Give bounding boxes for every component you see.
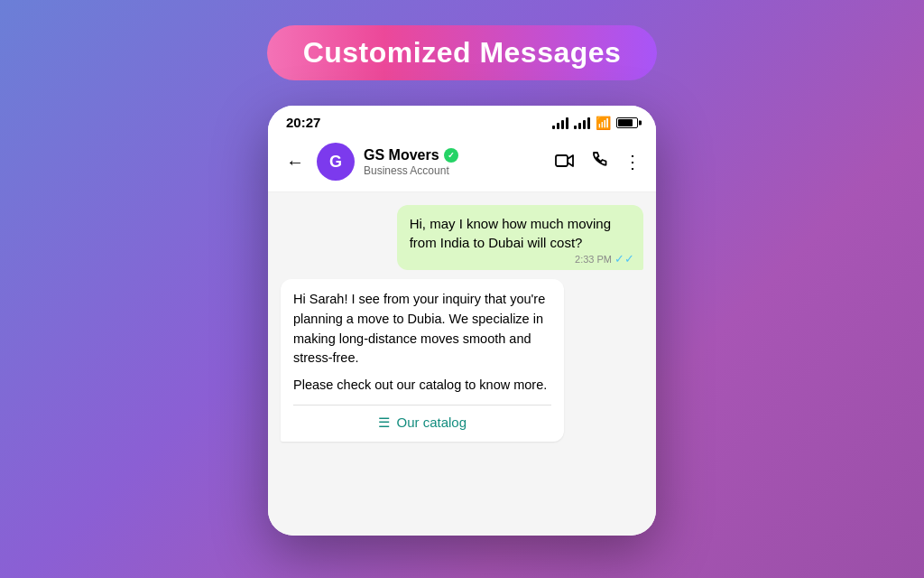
phone-frame: 20:27 📶 ← <box>268 106 656 536</box>
contact-avatar: G <box>317 143 355 181</box>
status-icons: 📶 <box>552 116 638 130</box>
received-message-text: Hi Sarah! I see from your inquiry that y… <box>293 290 551 396</box>
received-paragraph-2: Please check out our catalog to know mor… <box>293 376 551 396</box>
sent-message: Hi, may I know how much moving from Indi… <box>397 205 643 270</box>
header-actions: ⋮ <box>555 151 642 172</box>
signal-icon <box>552 117 568 129</box>
title-badge: Customized Messages <box>267 25 658 80</box>
sent-message-text: Hi, may I know how much moving from Indi… <box>410 214 631 252</box>
battery-icon <box>616 117 638 128</box>
signal-icon-2 <box>574 117 590 129</box>
verified-badge: ✓ <box>444 148 458 163</box>
phone-icon[interactable] <box>591 152 607 172</box>
contact-name: GS Movers ✓ <box>364 147 546 163</box>
message-meta: 2:33 PM ✓✓ <box>575 252 634 266</box>
chat-header: ← G GS Movers ✓ Business Account <box>268 135 656 192</box>
back-button[interactable]: ← <box>282 148 308 176</box>
catalog-button[interactable]: ☰ Our catalog <box>293 405 551 431</box>
video-call-icon[interactable] <box>555 152 575 172</box>
status-time: 20:27 <box>286 115 320 130</box>
read-receipt-icon: ✓✓ <box>614 252 634 266</box>
wifi-icon: 📶 <box>596 116 611 130</box>
page-title: Customized Messages <box>303 36 622 69</box>
svg-rect-0 <box>556 155 568 166</box>
received-paragraph-1: Hi Sarah! I see from your inquiry that y… <box>293 290 551 368</box>
contact-info: GS Movers ✓ Business Account <box>364 147 546 177</box>
received-message: Hi Sarah! I see from your inquiry that y… <box>281 279 564 442</box>
status-bar: 20:27 📶 <box>268 106 656 135</box>
message-time: 2:33 PM <box>575 254 612 265</box>
list-icon: ☰ <box>378 415 390 431</box>
chat-body: Hi, may I know how much moving from Indi… <box>268 192 656 536</box>
contact-subtitle: Business Account <box>364 164 546 177</box>
more-options-icon[interactable]: ⋮ <box>624 151 642 172</box>
catalog-button-label: Our catalog <box>397 415 467 430</box>
